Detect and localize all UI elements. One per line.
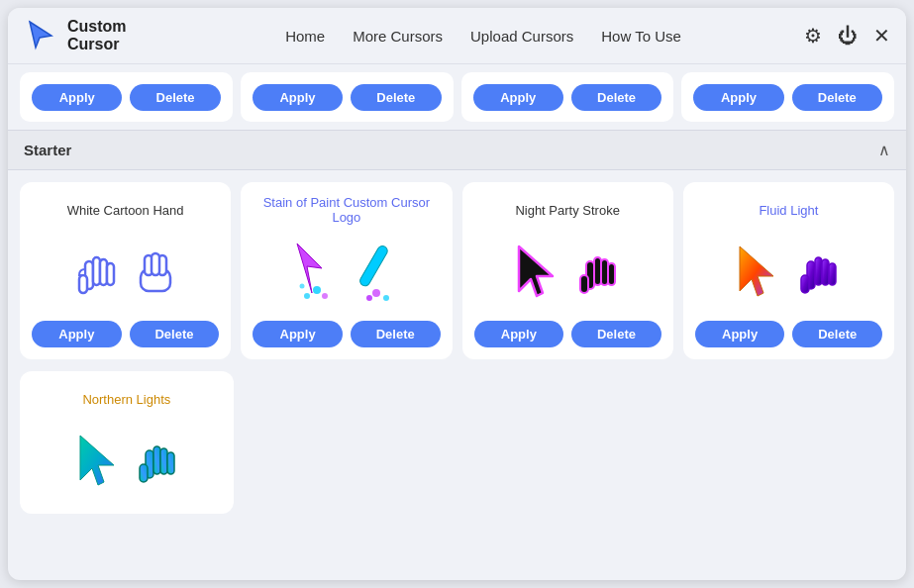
cursor-title-fluid-light: Fluid Light — [759, 194, 818, 226]
delete-fluid-light[interactable]: Delete — [792, 321, 882, 347]
cursor-img-4b — [793, 242, 845, 306]
svg-marker-0 — [30, 22, 51, 48]
svg-rect-21 — [594, 257, 601, 285]
cursor-grid: White Cartoon Hand — [8, 170, 906, 371]
bottom-row: Northern Lights — [8, 371, 906, 526]
partial-delete-4[interactable]: Delete — [792, 84, 882, 111]
cursor-card-northern-lights: Northern Lights — [20, 371, 234, 514]
svg-rect-15 — [358, 245, 389, 288]
svg-rect-30 — [801, 275, 809, 293]
apply-night-party-stroke[interactable]: Apply — [474, 321, 564, 347]
partial-delete-2[interactable]: Delete — [351, 84, 441, 111]
svg-rect-24 — [580, 275, 588, 293]
partial-card-2: Apply Delete — [241, 72, 454, 122]
svg-rect-22 — [601, 259, 608, 285]
apply-white-cartoon-hand[interactable]: Apply — [32, 321, 122, 347]
logo-icon — [24, 18, 59, 53]
svg-rect-33 — [153, 446, 160, 474]
content-area: Apply Delete Apply Delete Apply Delete A… — [8, 64, 906, 580]
partial-delete-1[interactable]: Delete — [130, 84, 220, 111]
logo-area: Custom Cursor — [24, 18, 162, 53]
delete-white-cartoon-hand[interactable]: Delete — [130, 321, 220, 347]
svg-rect-23 — [608, 263, 615, 285]
delete-stain-of-paint[interactable]: Delete — [351, 321, 441, 347]
partial-card-1: Apply Delete — [20, 72, 233, 122]
cursor-img-nl-a — [72, 431, 122, 495]
cursor-card-night-party-stroke: Night Party Stroke — [462, 182, 673, 359]
section-header-starter: Starter ∧ — [8, 130, 906, 170]
svg-point-14 — [299, 284, 304, 289]
cursor-title-stain-of-paint: Stain of Paint Custom Cursor Logo — [253, 194, 440, 226]
svg-marker-25 — [740, 246, 773, 296]
nav-home[interactable]: Home — [285, 28, 325, 45]
partial-apply-2[interactable]: Apply — [253, 84, 343, 111]
apply-stain-of-paint[interactable]: Apply — [253, 321, 343, 347]
partial-apply-3[interactable]: Apply — [473, 84, 563, 111]
svg-point-18 — [366, 295, 372, 301]
cursor-card-white-cartoon-hand: White Cartoon Hand — [20, 182, 231, 359]
cursor-btns-stain-of-paint: Apply Delete — [253, 321, 440, 347]
svg-rect-35 — [167, 452, 174, 474]
svg-rect-34 — [160, 448, 167, 474]
cursor-img-nl-b — [132, 431, 181, 495]
svg-point-12 — [304, 293, 310, 299]
cursor-img-2b — [352, 239, 406, 308]
cursor-images-night-party-stroke — [511, 234, 624, 313]
settings-icon[interactable]: ⚙ — [804, 24, 822, 48]
logo-text: Custom Cursor — [67, 18, 127, 52]
cursor-title-night-party-stroke: Night Party Stroke — [515, 194, 620, 226]
cursor-title-white-cartoon-hand: White Cartoon Hand — [67, 194, 184, 226]
cursor-btns-night-party-stroke: Apply Delete — [474, 321, 661, 347]
header-actions: ⚙ ⏻ ✕ — [804, 24, 890, 48]
partial-top-row: Apply Delete Apply Delete Apply Delete A… — [8, 64, 906, 130]
svg-point-17 — [383, 295, 389, 301]
cursor-card-fluid-light: Fluid Light — [683, 182, 894, 359]
cursor-images-stain-of-paint — [287, 234, 406, 313]
svg-rect-36 — [140, 464, 148, 482]
nav-more-cursors[interactable]: More Cursors — [353, 28, 443, 45]
cursor-img-4a — [732, 242, 783, 306]
svg-point-11 — [313, 286, 321, 294]
close-icon[interactable]: ✕ — [873, 24, 890, 48]
svg-rect-29 — [829, 263, 836, 285]
cursor-images-white-cartoon-hand — [71, 234, 180, 313]
cursor-card-stain-of-paint: Stain of Paint Custom Cursor Logo — [241, 182, 452, 359]
cursor-btns-white-cartoon-hand: Apply Delete — [32, 321, 219, 347]
partial-delete-3[interactable]: Delete — [571, 84, 661, 111]
delete-night-party-stroke[interactable]: Delete — [571, 321, 661, 347]
cursor-title-northern-lights: Northern Lights — [82, 383, 170, 415]
section-collapse-icon[interactable]: ∧ — [878, 141, 890, 159]
cursor-img-1a — [71, 242, 121, 306]
nav-how-to-use[interactable]: How To Use — [601, 28, 681, 45]
svg-rect-4 — [107, 263, 114, 285]
svg-rect-5 — [79, 275, 87, 293]
section-title-starter: Starter — [24, 142, 71, 158]
svg-point-16 — [372, 289, 380, 297]
cursor-img-1b — [131, 242, 180, 306]
svg-rect-9 — [152, 253, 159, 275]
cursor-img-3b — [572, 242, 624, 306]
cursor-btns-fluid-light: Apply Delete — [695, 321, 882, 347]
svg-rect-28 — [822, 259, 829, 285]
partial-card-4: Apply Delete — [681, 72, 894, 122]
svg-marker-19 — [519, 246, 553, 296]
nav-upload-cursors[interactable]: Upload Cursors — [470, 28, 573, 45]
cursor-img-3a — [511, 242, 562, 306]
power-icon[interactable]: ⏻ — [838, 25, 858, 48]
partial-apply-1[interactable]: Apply — [32, 84, 122, 111]
partial-card-3: Apply Delete — [461, 72, 674, 122]
partial-apply-4[interactable]: Apply — [693, 84, 783, 111]
header: Custom Cursor Home More Cursors Upload C… — [8, 8, 906, 64]
cursor-img-2a — [287, 239, 342, 308]
svg-marker-31 — [80, 436, 114, 485]
apply-fluid-light[interactable]: Apply — [695, 321, 785, 347]
main-nav: Home More Cursors Upload Cursors How To … — [162, 28, 804, 45]
cursor-images-northern-lights — [72, 423, 181, 502]
cursor-images-fluid-light — [732, 234, 845, 313]
svg-point-13 — [322, 293, 328, 299]
svg-rect-27 — [815, 257, 822, 285]
